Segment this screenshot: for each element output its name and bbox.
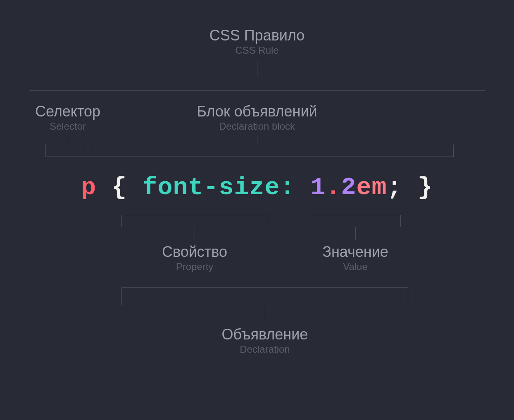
value-en: Value [322,261,388,273]
title-ru: CSS Правило [209,27,305,44]
code-value-dot: . [326,173,341,202]
declaration-stem [265,305,265,321]
declaration-bracket [121,287,408,305]
selector-ru: Селектор [35,103,100,120]
property-ru: Свойство [162,244,227,260]
code-brace-open: { [112,173,142,202]
value-bracket [310,215,401,227]
code-line: p { font-size: 1.2em; } [0,173,514,202]
value-ru: Значение [322,244,388,260]
selector-label: Селектор Selector [35,103,100,132]
property-en: Property [162,261,227,273]
title-label: CSS Правило CSS Rule [209,27,305,56]
selector-stem [68,135,68,145]
declaration-label: Объявление Declaration [222,326,308,355]
property-bracket [121,215,268,227]
code-semicolon: ; [387,173,402,202]
code-value-frac: 2 [341,173,357,202]
selector-en: Selector [35,121,100,132]
code-unit: em [357,173,387,202]
property-label: Свойство Property [162,244,227,273]
declblock-stem [257,135,257,145]
main-bracket [29,77,485,91]
title-en: CSS Rule [209,45,305,56]
declblock-bracket [86,145,454,157]
value-label: Значение Value [322,244,388,273]
declaration-block-ru: Блок объявлений [197,103,317,120]
code-value-int: 1 [311,173,326,202]
declaration-block-label: Блок объявлений Declaration block [197,103,317,132]
code-selector: p [81,173,96,202]
title-stem [257,61,257,77]
declaration-block-en: Declaration block [197,121,317,132]
declaration-ru: Объявление [222,326,308,343]
selector-bracket [45,145,90,157]
code-brace-close: } [418,173,433,202]
code-property: font-size [142,173,280,202]
property-stem [195,227,195,240]
value-stem [355,227,356,240]
code-colon: : [280,173,295,202]
declaration-en: Declaration [222,344,308,355]
